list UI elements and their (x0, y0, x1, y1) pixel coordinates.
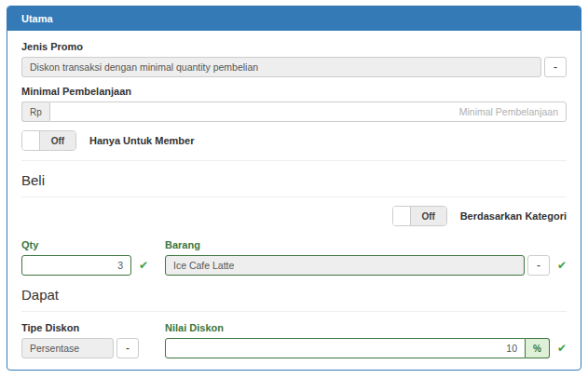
qty-input[interactable] (21, 255, 131, 276)
divider (21, 196, 567, 197)
tipe-diskon-group: Tipe Diskon Persentase - (21, 320, 165, 358)
divider (21, 160, 567, 161)
diskon-maksimal-label: Diskon Maksimal (21, 368, 567, 371)
barang-select[interactable]: Ice Cafe Latte (165, 255, 525, 276)
valid-check-icon: ✔ (557, 255, 567, 276)
tipe-diskon-select[interactable]: Persentase (21, 338, 114, 358)
hanya-untuk-member-row: Off Hanya Untuk Member (21, 130, 567, 151)
valid-check-icon: ✔ (139, 255, 148, 276)
hanya-untuk-member-toggle[interactable]: Off (21, 130, 76, 151)
barang-group: Barang Ice Cafe Latte - ✔ (165, 237, 567, 276)
berdasarkan-kategori-toggle[interactable]: Off (392, 206, 447, 226)
hanya-untuk-member-label: Hanya Untuk Member (89, 135, 194, 146)
toggle-state: Off (411, 207, 446, 225)
barang-label: Barang (165, 239, 567, 250)
toggle-state: Off (40, 131, 75, 150)
section-title-dapat: Dapat (21, 287, 567, 303)
jenis-promo-label: Jenis Promo (21, 41, 567, 52)
qty-group: Qty ✔ (21, 237, 165, 276)
diskon-maksimal-group: Diskon Maksimal Rp ✔ (21, 368, 567, 371)
tipe-diskon-dropdown-icon[interactable]: - (116, 338, 139, 358)
minimal-pembelanjaan-input[interactable] (49, 101, 567, 122)
qty-label: Qty (21, 239, 165, 250)
jenis-promo-select[interactable]: Diskon transaksi dengan minimal quantity… (21, 57, 541, 77)
minimal-pembelanjaan-label: Minimal Pembelanjaan (21, 86, 567, 97)
nilai-diskon-label: Nilai Diskon (165, 322, 567, 333)
berdasarkan-kategori-row: Off Berdasarkan Kategori (21, 206, 567, 226)
panel-title: Utama (7, 7, 581, 31)
valid-check-icon: ✔ (557, 338, 567, 358)
panel-utama: Utama Jenis Promo Diskon transaksi denga… (7, 6, 581, 371)
section-title-beli: Beli (21, 172, 567, 188)
toggle-handle-icon (393, 207, 411, 225)
nilai-diskon-group: Nilai Diskon % ✔ (165, 320, 567, 358)
minimal-pembelanjaan-group: Minimal Pembelanjaan Rp (21, 86, 567, 122)
nilai-diskon-input[interactable] (165, 338, 526, 358)
beli-fields-row: Qty ✔ Barang Ice Cafe Latte - ✔ (21, 237, 567, 276)
jenis-promo-dropdown-icon[interactable]: - (544, 57, 567, 77)
tipe-diskon-label: Tipe Diskon (21, 322, 165, 333)
divider (21, 311, 567, 312)
dapat-fields-row: Tipe Diskon Persentase - Nilai Diskon % … (21, 320, 567, 358)
barang-dropdown-icon[interactable]: - (527, 255, 550, 276)
percent-addon: % (526, 338, 550, 358)
jenis-promo-group: Jenis Promo Diskon transaksi dengan mini… (21, 41, 567, 77)
toggle-handle-icon (22, 131, 40, 150)
berdasarkan-kategori-label: Berdasarkan Kategori (460, 210, 567, 222)
currency-rp-addon: Rp (21, 101, 49, 122)
panel-body: Jenis Promo Diskon transaksi dengan mini… (7, 31, 581, 371)
